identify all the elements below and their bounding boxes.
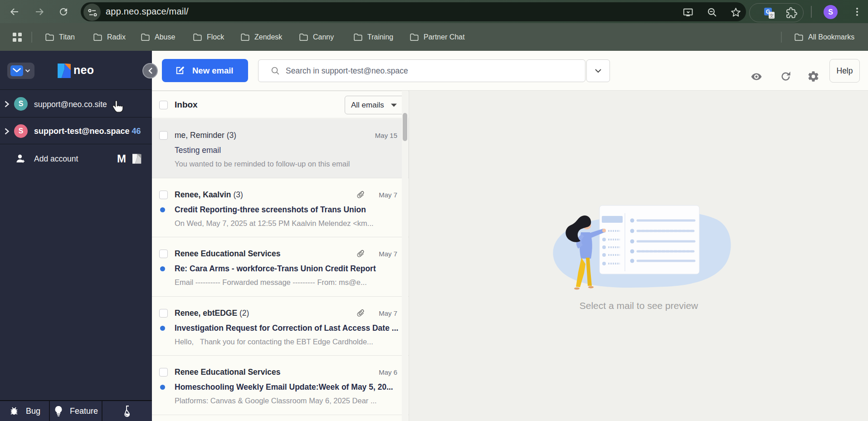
svg-text:文: 文	[770, 13, 774, 18]
